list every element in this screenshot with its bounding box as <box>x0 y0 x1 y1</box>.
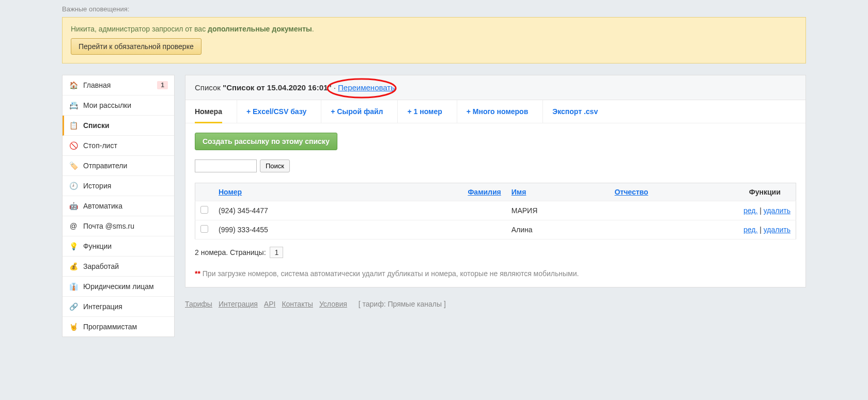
row-checkbox[interactable] <box>200 225 208 233</box>
sort-patronymic[interactable]: Отчество <box>614 188 648 196</box>
sidebar-item-7[interactable]: @Почта @sms.ru <box>63 216 174 236</box>
sidebar-label: Заработай <box>83 262 168 270</box>
title-prefix: Список <box>195 83 223 92</box>
sort-surname[interactable]: Фамилия <box>468 188 501 196</box>
sidebar-icon: 🏷️ <box>69 161 78 170</box>
numbers-table: Номер Фамилия Имя Отчество Функции (924)… <box>195 183 796 239</box>
search-input[interactable] <box>195 159 257 172</box>
sidebar-icon: @ <box>69 221 78 231</box>
footer-link-0[interactable]: Тарифы <box>185 300 212 308</box>
cell-patronymic <box>609 201 734 220</box>
table-row: (999) 333-4455Алинаред. | удалить <box>195 220 796 239</box>
sidebar-label: Программистам <box>83 323 168 331</box>
sidebar: 🏠Главная1📇Мои рассылки📋Списки🚫Стоп-лист🏷… <box>62 75 175 337</box>
footnote-marker: ** <box>195 269 200 278</box>
sidebar-icon: 🏠 <box>69 81 78 90</box>
cell-surname <box>383 220 506 239</box>
sidebar-badge: 1 <box>157 81 168 89</box>
sort-number[interactable]: Номер <box>219 188 242 196</box>
sidebar-item-0[interactable]: 🏠Главная1 <box>63 75 174 95</box>
cell-functions: ред. | удалить <box>734 201 796 220</box>
sidebar-item-11[interactable]: 🔗Интеграция <box>63 297 174 317</box>
verify-button[interactable]: Перейти к обязательной проверке <box>71 38 202 55</box>
sidebar-icon: 🔗 <box>69 302 78 311</box>
rename-link[interactable]: Переименовать <box>338 83 395 92</box>
sidebar-item-9[interactable]: 💰Заработай <box>63 257 174 277</box>
sidebar-label: Главная <box>83 81 157 89</box>
title-sep: · <box>332 83 338 92</box>
alerts-header: Важные оповещения: <box>62 0 806 17</box>
footer-tariff: [ тариф: Прямые каналы ] <box>359 300 446 308</box>
sidebar-icon: 🚫 <box>69 141 78 150</box>
tab-5[interactable]: Экспорт .csv <box>552 100 612 123</box>
col-functions: Функции <box>734 183 796 201</box>
list-panel: Список "Список от 15.04.2020 16:01" · Пе… <box>185 75 806 287</box>
footer-link-4[interactable]: Условия <box>319 300 347 308</box>
sidebar-item-12[interactable]: 🤘Программистам <box>63 317 174 337</box>
sidebar-icon: 📋 <box>69 121 78 130</box>
sidebar-icon: 🕘 <box>69 181 78 190</box>
sidebar-icon: 🤖 <box>69 201 78 211</box>
cell-surname <box>383 201 506 220</box>
sidebar-item-1[interactable]: 📇Мои рассылки <box>63 95 174 116</box>
search-button[interactable]: Поиск <box>260 159 290 172</box>
panel-title: Список "Список от 15.04.2020 16:01" · Пе… <box>195 83 395 92</box>
sidebar-item-10[interactable]: 👔Юридическим лицам <box>63 277 174 297</box>
footer-link-1[interactable]: Интеграция <box>219 300 258 308</box>
sidebar-label: Отправители <box>83 162 168 170</box>
sidebar-icon: 💡 <box>69 242 78 251</box>
tab-0[interactable]: Номера <box>195 100 237 123</box>
sidebar-item-8[interactable]: 💡Функции <box>63 236 174 257</box>
pager-page[interactable]: 1 <box>270 247 283 258</box>
tabs: Номера+ Excel/CSV базу+ Сырой файл+ 1 но… <box>185 100 805 123</box>
panel-body: Создать рассылку по этому списку Поиск Н… <box>185 123 805 287</box>
delete-link[interactable]: удалить <box>764 206 791 215</box>
sidebar-item-3[interactable]: 🚫Стоп-лист <box>63 136 174 156</box>
alert-text-before: Никита, администратор запросил от вас <box>71 25 208 33</box>
delete-link[interactable]: удалить <box>764 226 791 234</box>
cell-patronymic <box>609 220 734 239</box>
sidebar-label: Почта @sms.ru <box>83 222 168 230</box>
table-row: (924) 345-4477МАРИЯред. | удалить <box>195 201 796 220</box>
sort-name[interactable]: Имя <box>512 188 526 196</box>
edit-link[interactable]: ред. <box>743 206 757 215</box>
sidebar-label: Автоматика <box>83 202 168 210</box>
sidebar-item-4[interactable]: 🏷️Отправители <box>63 156 174 176</box>
col-check <box>195 183 214 201</box>
pager: 2 номера. Страницы: 1 <box>195 247 796 258</box>
alert-text-after: . <box>312 25 314 33</box>
cell-number: (999) 333-4455 <box>213 220 383 239</box>
main: Список "Список от 15.04.2020 16:01" · Пе… <box>185 75 806 318</box>
tab-3[interactable]: + 1 номер <box>407 100 457 123</box>
col-surname: Фамилия <box>383 183 506 201</box>
edit-link[interactable]: ред. <box>743 226 757 234</box>
sidebar-label: Стоп-лист <box>83 141 168 150</box>
create-mailing-button[interactable]: Создать рассылку по этому списку <box>195 133 337 150</box>
tab-1[interactable]: + Excel/CSV базу <box>246 100 321 123</box>
footer-link-2[interactable]: API <box>264 300 276 308</box>
sidebar-icon: 📇 <box>69 101 78 110</box>
col-name: Имя <box>506 183 610 201</box>
tab-2[interactable]: + Сырой файл <box>331 100 398 123</box>
row-checkbox[interactable] <box>200 206 208 214</box>
col-patronymic: Отчество <box>609 183 734 201</box>
sidebar-label: Списки <box>83 121 168 130</box>
cell-number: (924) 345-4477 <box>213 201 383 220</box>
sidebar-label: Функции <box>83 242 168 250</box>
footer-link-3[interactable]: Контакты <box>282 300 313 308</box>
footer: ТарифыИнтеграцияAPIКонтактыУсловия [ тар… <box>185 298 806 318</box>
sidebar-label: История <box>83 182 168 190</box>
alert-box: Никита, администратор запросил от вас до… <box>62 17 806 63</box>
sidebar-item-5[interactable]: 🕘История <box>63 176 174 196</box>
pager-text: 2 номера. Страницы: <box>195 248 266 257</box>
col-number: Номер <box>213 183 383 201</box>
tab-4[interactable]: + Много номеров <box>467 100 544 123</box>
title-quoted: "Список от 15.04.2020 16:01" <box>223 83 331 92</box>
search-row: Поиск <box>195 159 796 172</box>
sidebar-item-6[interactable]: 🤖Автоматика <box>63 196 174 216</box>
sidebar-icon: 💰 <box>69 262 78 271</box>
sidebar-item-2[interactable]: 📋Списки <box>63 116 174 136</box>
footnote-text: При загрузке номеров, система автоматиче… <box>200 269 579 278</box>
sidebar-label: Мои рассылки <box>83 101 168 109</box>
cell-functions: ред. | удалить <box>734 220 796 239</box>
